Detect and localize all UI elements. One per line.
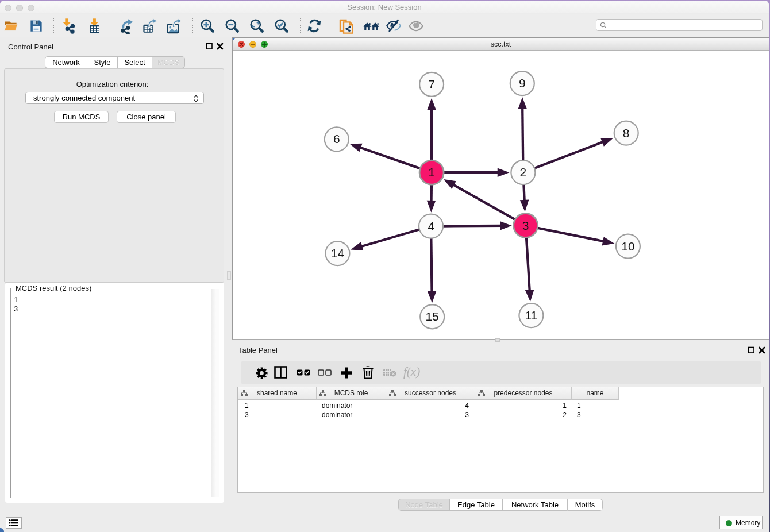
svg-text:10: 10 <box>621 240 634 253</box>
svg-text:8: 8 <box>623 126 630 140</box>
svg-text:15: 15 <box>426 310 439 323</box>
svg-text:4: 4 <box>428 219 434 233</box>
svg-text:9: 9 <box>519 76 526 90</box>
svg-text:6: 6 <box>333 132 340 145</box>
svg-text:11: 11 <box>525 309 537 322</box>
svg-text:2: 2 <box>520 165 527 179</box>
svg-text:14: 14 <box>331 246 345 260</box>
svg-text:1: 1 <box>428 165 435 179</box>
svg-text:7: 7 <box>428 78 435 91</box>
svg-text:3: 3 <box>522 219 529 232</box>
